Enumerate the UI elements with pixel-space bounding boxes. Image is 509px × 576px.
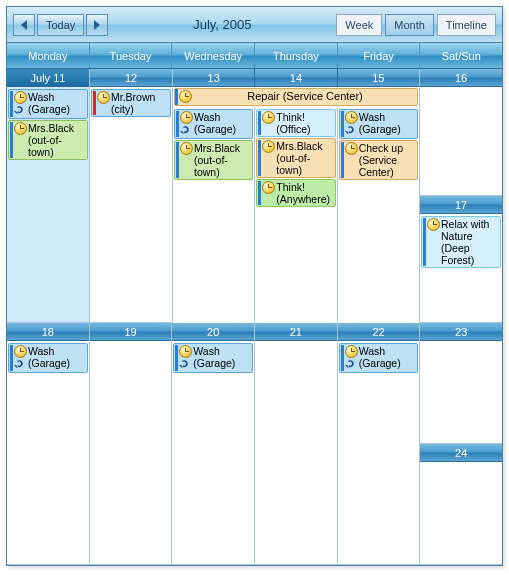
appointment-text: Wash (Garage) — [359, 111, 415, 135]
appointment[interactable]: Think! (Anywhere) — [256, 179, 335, 207]
day-body[interactable]: Wash (Garage) Mrs.Black (out-of-town) — [7, 87, 89, 322]
recurrence-icon — [179, 358, 192, 371]
view-timeline-button[interactable]: Timeline — [437, 14, 496, 36]
status-bar — [258, 111, 261, 135]
date-header[interactable]: 20 — [172, 323, 254, 341]
status-bar — [175, 345, 178, 371]
appointment-text: Mrs.Black (out-of-town) — [276, 140, 332, 176]
reminder-icon — [14, 345, 27, 358]
appointment[interactable]: Wash (Garage) — [339, 343, 419, 373]
status-bar — [341, 345, 344, 371]
appointment[interactable]: Check up (Service Center) — [339, 140, 418, 180]
day-body[interactable]: Wash (Garage) — [172, 341, 254, 564]
date-header[interactable]: 17 — [420, 196, 502, 214]
day-body[interactable]: Wash (Garage) — [338, 341, 420, 564]
day-body[interactable]: Relax with Nature (Deep Forest) — [420, 214, 502, 322]
date-header[interactable]: 24 — [420, 444, 502, 462]
day-body[interactable]: Wash (Garage) — [7, 341, 89, 564]
day-body[interactable] — [420, 341, 502, 443]
reminder-icon — [97, 91, 110, 104]
status-bar — [10, 91, 13, 117]
day-cell[interactable]: 22 Wash (Garage) — [338, 323, 421, 565]
reminder-icon — [345, 111, 358, 124]
day-cell[interactable]: 18 Wash (Garage) — [7, 323, 90, 565]
day-cell[interactable]: 12 Mr.Brown (city) — [90, 69, 173, 323]
day-body[interactable] — [420, 462, 502, 564]
day-header: Friday — [338, 43, 421, 68]
reminder-icon — [262, 181, 275, 194]
day-header: Sat/Sun — [420, 43, 502, 68]
appointment-banner[interactable]: Repair (Service Center) — [174, 88, 418, 106]
appointment[interactable]: Mr.Brown (city) — [91, 89, 171, 117]
appointment-text: Wash (Garage) — [28, 91, 85, 115]
status-bar — [258, 140, 261, 176]
day-body[interactable]: Mr.Brown (city) — [90, 87, 172, 322]
reminder-icon — [262, 111, 275, 124]
appointment-text: Wash (Garage) — [359, 345, 416, 369]
weekend-cell[interactable]: 23 24 — [420, 323, 502, 565]
day-cell[interactable]: July 11 Wash (Garage) Mrs.Black (out-of — [7, 69, 90, 323]
appointment[interactable]: Wash (Garage) — [173, 343, 253, 373]
appointment[interactable]: Mrs.Black (out-of-town) — [174, 140, 253, 180]
appointment[interactable]: Relax with Nature (Deep Forest) — [421, 216, 501, 268]
day-span-group: 13 14 15 Repair (Service Center) — [173, 69, 420, 323]
appointment-text: Relax with Nature (Deep Forest) — [441, 218, 498, 266]
banner-row: Repair (Service Center) — [174, 88, 418, 106]
chevron-right-icon — [94, 20, 100, 30]
recurrence-icon — [180, 124, 193, 137]
day-body[interactable] — [420, 87, 502, 195]
prev-button[interactable] — [13, 14, 35, 36]
day-header: Thursday — [255, 43, 338, 68]
appointment[interactable]: Think! (Office) — [256, 109, 335, 137]
view-week-button[interactable]: Week — [336, 14, 382, 36]
day-body[interactable]: Think! (Office) Mrs.Black (out-of-town) … — [255, 107, 337, 323]
recurrence-icon — [345, 358, 358, 371]
appointment-text: Mrs.Black (out-of-town) — [28, 122, 85, 158]
date-header[interactable]: 13 — [173, 69, 255, 87]
next-button[interactable] — [86, 14, 108, 36]
appointment[interactable]: Wash (Garage) — [8, 343, 88, 373]
day-cell[interactable]: 20 Wash (Garage) — [172, 323, 255, 565]
today-button[interactable]: Today — [37, 14, 84, 36]
day-body[interactable] — [255, 341, 337, 564]
appointment[interactable]: Wash (Garage) — [8, 89, 88, 119]
appointment-text: Think! (Anywhere) — [276, 181, 332, 205]
date-header[interactable]: July 11 — [7, 69, 89, 87]
date-header[interactable]: 15 — [338, 69, 419, 87]
reminder-icon — [179, 90, 192, 103]
status-bar — [341, 111, 344, 137]
appointment-text: Check up (Service Center) — [359, 142, 415, 178]
date-header[interactable]: 22 — [338, 323, 420, 341]
day-header: Wednesday — [172, 43, 255, 68]
recurrence-icon — [345, 124, 358, 137]
date-header[interactable]: 14 — [255, 69, 337, 87]
date-header[interactable]: 23 — [420, 323, 502, 341]
date-header[interactable]: 18 — [7, 323, 89, 341]
appointment[interactable]: Mrs.Black (out-of-town) — [8, 120, 88, 160]
day-body[interactable] — [90, 341, 172, 564]
toolbar: Today July, 2005 Week Month Timeline — [7, 7, 502, 43]
day-cell[interactable]: 21 — [255, 323, 338, 565]
day-header: Tuesday — [90, 43, 173, 68]
view-switcher: Week Month Timeline — [336, 14, 496, 36]
date-header[interactable]: 19 — [90, 323, 172, 341]
date-header[interactable]: 16 — [420, 69, 502, 87]
date-header[interactable]: 21 — [255, 323, 337, 341]
appointment[interactable]: Wash (Garage) — [174, 109, 253, 139]
appointment-text: Wash (Garage) — [28, 345, 85, 369]
appointment-text: Mrs.Black (out-of-town) — [194, 142, 250, 178]
appointment[interactable]: Wash (Garage) — [339, 109, 418, 139]
week-row: July 11 Wash (Garage) Mrs.Black (out-of — [7, 69, 502, 323]
status-bar — [341, 142, 344, 178]
day-body[interactable]: Wash (Garage) Check up (Service Center) — [338, 107, 419, 323]
week-row: 18 Wash (Garage) 19 — [7, 323, 502, 565]
reminder-icon — [345, 142, 358, 155]
appointment[interactable]: Mrs.Black (out-of-town) — [256, 138, 335, 178]
reminder-icon — [14, 91, 27, 104]
day-cell[interactable]: 19 — [90, 323, 173, 565]
view-month-button[interactable]: Month — [385, 14, 434, 36]
day-body[interactable]: Wash (Garage) Mrs.Black (out-of-town) — [173, 107, 255, 323]
status-bar — [176, 111, 179, 137]
date-header[interactable]: 12 — [90, 69, 172, 87]
weekend-cell[interactable]: 16 17 Relax with Nature (Deep Forest) — [420, 69, 502, 323]
